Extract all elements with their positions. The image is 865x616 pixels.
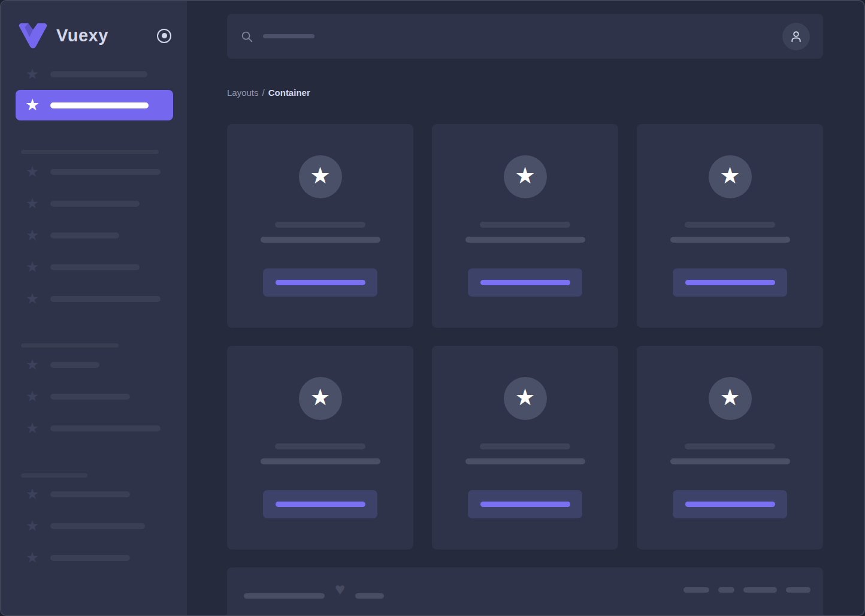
skeleton-bar xyxy=(50,296,161,302)
skeleton-bar xyxy=(50,169,161,175)
search-bar[interactable] xyxy=(227,14,823,59)
search-placeholder-skeleton xyxy=(263,34,314,38)
skeleton-bar xyxy=(50,232,119,238)
breadcrumb-separator: / xyxy=(262,87,265,98)
nav-pin-toggle-dot xyxy=(162,33,167,38)
skeleton-bar xyxy=(50,425,161,431)
card-action-button[interactable] xyxy=(468,268,582,297)
footer: ♥ xyxy=(227,567,823,616)
breadcrumb-current: Container xyxy=(268,87,310,98)
skeleton-bar xyxy=(50,523,145,529)
skeleton-subtitle xyxy=(465,458,585,464)
skeleton-subtitle xyxy=(261,237,380,243)
star-icon: ★ xyxy=(25,550,40,565)
card: ★ xyxy=(637,346,823,549)
skeleton-bar xyxy=(50,264,140,270)
skeleton-title xyxy=(480,222,570,228)
skeleton-bar xyxy=(244,593,325,599)
sidebar-item[interactable]: ★ xyxy=(16,156,173,188)
card-avatar: ★ xyxy=(299,155,342,198)
sidebar-item[interactable]: ★ xyxy=(16,283,173,315)
card-action-button[interactable] xyxy=(263,268,377,297)
skeleton-title xyxy=(275,222,365,228)
card-avatar: ★ xyxy=(709,155,752,198)
star-icon: ★ xyxy=(25,67,40,81)
star-icon: ★ xyxy=(25,196,40,211)
skeleton-link[interactable] xyxy=(718,587,734,593)
skeleton-bar xyxy=(50,394,130,400)
star-icon: ★ xyxy=(719,386,740,409)
star-icon: ★ xyxy=(25,357,40,372)
card-grid: ★ ★ ★ xyxy=(227,124,823,549)
sidebar-item[interactable]: ★ xyxy=(16,542,173,573)
card-action-button[interactable] xyxy=(673,268,787,297)
breadcrumb: Layouts / Container xyxy=(227,87,823,98)
user-icon xyxy=(788,29,804,44)
skeleton-bar xyxy=(50,102,149,108)
skeleton-button-label xyxy=(685,280,775,285)
card: ★ xyxy=(637,124,823,328)
breadcrumb-section[interactable]: Layouts xyxy=(227,87,259,98)
skeleton-button-label xyxy=(276,502,365,507)
skeleton-title xyxy=(480,443,570,449)
sidebar-item[interactable]: ★ xyxy=(16,251,173,283)
star-icon: ★ xyxy=(515,164,535,187)
sidebar-item[interactable]: ★ xyxy=(16,188,173,219)
sidebar-item[interactable]: ★ xyxy=(16,219,173,251)
skeleton-bar xyxy=(50,71,147,77)
star-icon: ★ xyxy=(25,228,40,243)
star-icon: ★ xyxy=(310,164,330,187)
sidebar-item-active[interactable]: ★ xyxy=(16,90,173,120)
brand-name: Vuexy xyxy=(56,26,108,46)
brand[interactable]: Vuexy xyxy=(18,22,108,50)
skeleton-button-label xyxy=(685,502,775,507)
sidebar-item[interactable]: ★ xyxy=(16,381,173,412)
star-icon: ★ xyxy=(310,386,330,409)
sidebar-item[interactable]: ★ xyxy=(16,349,173,381)
user-avatar[interactable] xyxy=(782,23,810,50)
star-icon: ★ xyxy=(25,164,40,179)
sidebar-item[interactable]: ★ xyxy=(16,58,173,90)
star-icon: ★ xyxy=(25,291,40,306)
skeleton-bar xyxy=(50,491,130,497)
card-action-button[interactable] xyxy=(263,490,377,518)
nav-pin-toggle-icon[interactable] xyxy=(157,29,171,43)
star-icon: ★ xyxy=(25,487,40,502)
card: ★ xyxy=(432,346,618,549)
skeleton-title xyxy=(685,443,775,449)
app-window: Vuexy ★ ★ ★ ★ xyxy=(0,0,865,616)
skeleton-bar xyxy=(50,201,140,207)
skeleton-link[interactable] xyxy=(683,587,709,593)
skeleton-link[interactable] xyxy=(743,587,777,593)
nav-section-header-skeleton xyxy=(21,343,119,348)
sidebar: Vuexy ★ ★ ★ ★ xyxy=(1,1,187,615)
card-action-button[interactable] xyxy=(673,490,787,518)
footer-left: ♥ xyxy=(244,587,384,605)
skeleton-subtitle xyxy=(465,237,585,243)
skeleton-title xyxy=(275,443,365,449)
star-icon: ★ xyxy=(515,386,535,409)
card-avatar: ★ xyxy=(504,377,547,420)
card-action-button[interactable] xyxy=(468,490,582,518)
skeleton-button-label xyxy=(276,280,365,285)
card: ★ xyxy=(432,124,618,328)
card: ★ xyxy=(227,346,413,549)
star-icon: ★ xyxy=(25,518,40,533)
card-avatar: ★ xyxy=(299,377,342,420)
sidebar-item[interactable]: ★ xyxy=(16,478,173,510)
star-icon: ★ xyxy=(25,97,40,113)
skeleton-button-label xyxy=(480,502,570,507)
sidebar-item[interactable]: ★ xyxy=(16,412,173,444)
main-content: Layouts / Container ★ ★ xyxy=(187,1,864,615)
skeleton-bar xyxy=(50,362,99,368)
skeleton-bar xyxy=(355,593,384,599)
skeleton-subtitle xyxy=(670,458,790,464)
search-icon xyxy=(240,30,253,43)
star-icon: ★ xyxy=(25,259,40,274)
nav-section-header-skeleton xyxy=(21,473,87,478)
star-icon: ★ xyxy=(25,421,40,436)
sidebar-item[interactable]: ★ xyxy=(16,510,173,542)
skeleton-title xyxy=(685,222,775,228)
skeleton-link[interactable] xyxy=(786,587,810,593)
skeleton-subtitle xyxy=(670,237,790,243)
